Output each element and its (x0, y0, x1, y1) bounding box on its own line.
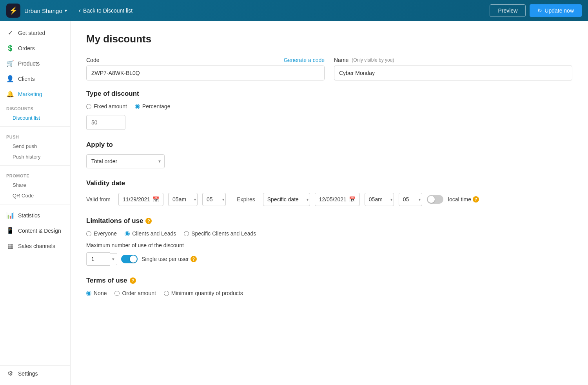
max-use-input[interactable] (86, 252, 110, 266)
topbar-actions: Preview ↻ Update now (490, 4, 582, 17)
validity-date-section: Validity date Valid from 11/29/2021 📅 05… (86, 179, 572, 206)
expires-minute-select[interactable]: 05 (399, 193, 422, 206)
none-radio[interactable] (86, 291, 91, 296)
sidebar-item-settings[interactable]: ⚙ Settings (0, 365, 70, 381)
code-label: Code (86, 57, 99, 63)
dollar-icon: 💲 (6, 44, 14, 52)
content-area: My discounts Code Generate a code Name (… (71, 21, 588, 385)
limitations-help-icon[interactable]: ? (145, 218, 152, 224)
sidebar-item-marketing[interactable]: 🔔 Marketing (0, 86, 70, 102)
single-use-label: Single use per user ? (142, 256, 197, 262)
min-qty-radio-label[interactable]: Minimum quantity of products (164, 290, 243, 296)
expires-time-select[interactable]: 05am (365, 193, 394, 206)
specific-clients-radio[interactable] (184, 231, 189, 236)
topbar: ⚡ Urban Shango ▾ ‹ Back to Discount list… (0, 0, 588, 21)
name-input[interactable] (334, 66, 572, 80)
sidebar-item-clients[interactable]: 👤 Clients (0, 71, 70, 86)
valid-from-time-select[interactable]: 05am (168, 193, 198, 206)
calendar-icon-from: 📅 (152, 196, 159, 203)
valid-from-label: Valid from (86, 196, 111, 203)
logo-icon: ⚡ (9, 6, 18, 15)
sidebar-item-qr-code[interactable]: QR Code (0, 190, 70, 201)
terms-of-use-title: Terms of use ? (86, 277, 572, 285)
percentage-radio[interactable] (135, 104, 140, 109)
sidebar-item-send-push[interactable]: Send push (0, 141, 70, 151)
local-time-toggle[interactable] (427, 195, 443, 204)
promote-section-label: PROMOTE (0, 169, 70, 180)
chart-icon: 📊 (6, 212, 14, 219)
name-label: Name (Only visible by you) (334, 57, 394, 63)
specific-date-select[interactable]: Specific date (263, 193, 310, 206)
single-use-toggle[interactable] (121, 255, 138, 263)
apply-to-section: Apply to Total order ▾ (86, 141, 572, 168)
order-amount-radio-label[interactable]: Order amount (114, 290, 156, 296)
local-time-label: local time ? (448, 196, 479, 203)
sidebar-item-orders[interactable]: 💲 Orders (0, 40, 70, 56)
valid-from-date-field[interactable]: 11/29/2021 📅 (118, 193, 163, 206)
local-time-help-icon[interactable]: ? (473, 196, 479, 203)
sidebar-item-content-design[interactable]: 📱 Content & Design (0, 223, 70, 238)
code-group: Code Generate a code (86, 57, 325, 80)
name-group: Name (Only visible by you) (334, 57, 572, 80)
sidebar-divider-1 (0, 126, 70, 127)
max-use-row: ▾ Single use per user ? (86, 252, 572, 266)
limitations-title: Limitations of use ? (86, 217, 572, 225)
update-button[interactable]: ↻ Update now (530, 4, 582, 17)
terms-radio-group: None Order amount Minimum quantity of pr… (86, 290, 572, 296)
expires-minute-wrapper: 05 ▾ (399, 193, 422, 206)
order-amount-radio[interactable] (114, 291, 120, 296)
fixed-amount-radio-label[interactable]: Fixed amount (86, 103, 127, 109)
sidebar-item-statistics[interactable]: 📊 Statistics (0, 208, 70, 223)
sidebar: ✓ Get started 💲 Orders 🛒 Products 👤 Clie… (0, 21, 71, 385)
name-sub-label: (Only visible by you) (352, 57, 394, 63)
percentage-radio-label[interactable]: Percentage (135, 103, 171, 109)
valid-from-time-wrapper: 05am ▾ (168, 193, 198, 206)
discounts-section-label: DISCOUNTS (0, 102, 70, 113)
clients-leads-radio-label[interactable]: Clients and Leads (125, 230, 176, 237)
main-layout: ✓ Get started 💲 Orders 🛒 Products 👤 Clie… (0, 21, 588, 385)
clients-leads-radio[interactable] (125, 231, 130, 236)
app-logo: ⚡ (6, 4, 20, 18)
sidebar-item-sales-channels[interactable]: ▦ Sales channels (0, 238, 70, 254)
everyone-radio[interactable] (86, 231, 91, 236)
expires-label: Expires (237, 196, 255, 203)
valid-from-minute-wrapper: 05 ▾ (202, 193, 226, 206)
apply-to-select[interactable]: Total order (86, 154, 165, 168)
none-radio-label[interactable]: None (86, 290, 107, 296)
terms-help-icon[interactable]: ? (130, 277, 136, 284)
grid-icon: ▦ (6, 242, 14, 250)
specific-clients-radio-label[interactable]: Specific Clients and Leads (184, 230, 256, 237)
code-input[interactable] (86, 66, 325, 80)
cart-icon: 🛒 (6, 60, 14, 67)
sidebar-item-products[interactable]: 🛒 Products (0, 56, 70, 71)
sidebar-item-push-history[interactable]: Push history (0, 151, 70, 162)
sidebar-divider-2 (0, 165, 70, 166)
sidebar-item-discount-list[interactable]: Discount list (0, 113, 70, 123)
expires-date-field[interactable]: 12/05/2021 📅 (315, 193, 360, 206)
sidebar-item-share[interactable]: Share (0, 180, 70, 190)
brand-name[interactable]: Urban Shango ▾ (24, 7, 67, 14)
back-arrow-icon: ‹ (79, 7, 81, 14)
check-circle-icon: ✓ (6, 29, 14, 36)
sidebar-divider-3 (0, 204, 70, 204)
number-dropdown-button[interactable]: ▾ (110, 253, 117, 265)
min-qty-radio[interactable] (164, 291, 169, 296)
type-of-discount-title: Type of discount (86, 90, 572, 98)
code-name-row: Code Generate a code Name (Only visible … (86, 57, 572, 80)
fixed-amount-radio[interactable] (86, 104, 91, 109)
validity-date-title: Validity date (86, 179, 572, 187)
page-title: My discounts (86, 33, 572, 45)
back-button[interactable]: ‹ Back to Discount list (79, 7, 490, 14)
sidebar-item-get-started[interactable]: ✓ Get started (0, 25, 70, 40)
valid-from-minute-select[interactable]: 05 (202, 193, 226, 206)
bell-icon: 🔔 (6, 90, 14, 98)
generate-code-link[interactable]: Generate a code (284, 57, 325, 63)
push-section-label: PUSH (0, 130, 70, 141)
type-of-discount-section: Type of discount Fixed amount Percentage (86, 90, 572, 130)
validity-row: Valid from 11/29/2021 📅 05am ▾ 05 ▾ (86, 193, 572, 206)
single-use-help-icon[interactable]: ? (191, 256, 197, 262)
preview-button[interactable]: Preview (490, 4, 526, 17)
discount-value-input[interactable] (86, 115, 125, 130)
everyone-radio-label[interactable]: Everyone (86, 230, 117, 237)
specific-date-select-wrapper: Specific date ▾ (263, 193, 310, 206)
